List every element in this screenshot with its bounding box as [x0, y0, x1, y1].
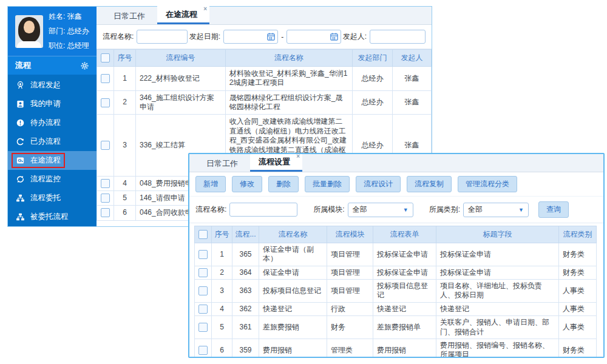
flow-name-input[interactable]: [137, 30, 188, 44]
user-profile: 姓名: 张鑫 部门: 总经办 职位: 总经理: [8, 7, 97, 56]
table-cell: 项目管理: [327, 280, 373, 303]
flow-copy-button[interactable]: 流程复制: [407, 176, 452, 192]
table-cell: 财务类: [559, 243, 597, 266]
row-checkbox[interactable]: [101, 194, 110, 203]
tab-在途流程[interactable]: 在途流程×: [157, 6, 209, 24]
table-cell: 4: [114, 176, 136, 190]
settings-table-wrap: 序号流程...流程名称流程模块流程表单标题字段流程类别1365保证金申请（副本）…: [189, 223, 603, 358]
table-cell: 投标项目信息登记: [373, 280, 436, 303]
date-from-input[interactable]: [223, 30, 278, 44]
sidebar-item-label: 我的申请: [30, 99, 61, 109]
flow-settings-table: 序号流程...流程名称流程模块流程表单标题字段流程类别1365保证金申请（副本）…: [194, 226, 597, 358]
profile-department: 部门: 总经办: [49, 26, 89, 36]
select-all-checkbox[interactable]: [198, 230, 208, 239]
table-cell: 361: [232, 316, 259, 339]
tab-label: 日常工作: [206, 159, 238, 168]
svg-text:G: G: [18, 158, 21, 163]
select-all-checkbox[interactable]: [101, 53, 110, 62]
tab-日常工作[interactable]: 日常工作: [198, 155, 246, 172]
sidebar-item-my-applications[interactable]: 我的申请: [8, 95, 97, 113]
sidebar-item-label: 已办流程: [30, 136, 61, 147]
table-cell: 4: [212, 302, 232, 315]
column-header: 发起人: [393, 50, 432, 67]
table-row[interactable]: 3363投标项目信息登记项目管理投标项目信息登记项目名称、详细地址、投标负责人、…: [195, 280, 597, 303]
sidebar-item-initiate[interactable]: 流程发起: [8, 76, 97, 95]
row-checkbox[interactable]: [101, 179, 110, 188]
table-row[interactable]: 1222_材料验收登记材料验收登记_材料采购_张鑫_华润12城房建工程项目总经办…: [97, 67, 432, 91]
table-cell: 财务: [327, 316, 373, 339]
search-button[interactable]: 查询: [538, 201, 569, 218]
batch-delete-button[interactable]: 批量删除: [305, 176, 350, 192]
sidebar-item-delegated[interactable]: 被委托流程: [8, 207, 97, 226]
row-checkbox[interactable]: [198, 346, 208, 355]
table-row[interactable]: 5361差旅费报销财务差旅费报销单关联客户、报销人、申请日期、部门、报销合计人事…: [195, 316, 597, 339]
table-cell: 1: [212, 243, 232, 266]
table-cell: 5: [114, 190, 136, 205]
table-cell: 保证金申请: [259, 266, 327, 279]
table-row[interactable]: 6359费用报销管理类费用报销费用报销、报销编号、报销名称、所属项目财务类: [195, 339, 597, 358]
sidebar-item-delegate[interactable]: 流程委托: [8, 189, 97, 207]
module-select[interactable]: 全部▼: [348, 203, 413, 217]
profile-position: 职位: 总经理: [49, 41, 89, 51]
sidebar-item-label: 流程发起: [30, 80, 61, 90]
row-checkbox[interactable]: [101, 141, 110, 150]
column-header: 流程名称: [225, 50, 352, 67]
sidebar-item-monitor[interactable]: 流程监控: [8, 170, 97, 189]
sidebar-item-label: 流程监控: [30, 174, 61, 184]
sync-icon: [16, 175, 25, 184]
row-checkbox[interactable]: [198, 323, 208, 332]
initiator-input[interactable]: [370, 30, 426, 44]
delete-button[interactable]: 删除: [268, 176, 299, 192]
table-cell: 总经办: [353, 90, 393, 115]
row-checkbox[interactable]: [101, 208, 110, 217]
sidebar-item-in-transit[interactable]: G在途流程: [8, 151, 97, 170]
gear-icon[interactable]: [80, 61, 89, 70]
flow-name-label: 流程名称:: [195, 204, 226, 215]
edit-button[interactable]: 修改: [232, 176, 262, 192]
table-row[interactable]: 2364保证金申请项目管理投标保证金申请投标保证金申请财务类: [195, 266, 597, 279]
row-checkbox[interactable]: [101, 98, 110, 107]
row-checkbox[interactable]: [101, 74, 110, 83]
table-cell: 关联客户、报销人、申请日期、部门、报销合计: [436, 316, 559, 339]
history-icon: [16, 137, 25, 146]
module-label: 所属模块:: [313, 204, 344, 215]
row-checkbox[interactable]: [198, 250, 208, 259]
table-cell: 张鑫: [393, 67, 432, 91]
column-header: 流程...: [232, 226, 259, 243]
table-cell: 364: [232, 266, 259, 279]
tab-流程设置[interactable]: 流程设置×: [250, 153, 302, 172]
table-row[interactable]: 1365保证金申请（副本）项目管理投标保证金申请投标保证金申请财务类: [195, 243, 597, 266]
start-date-label: 发起日期:: [189, 32, 220, 42]
row-checkbox[interactable]: [198, 268, 208, 277]
table-cell: 222_材料验收登记: [135, 67, 225, 91]
close-tab-icon[interactable]: ×: [296, 153, 300, 160]
sidebar-item-todo[interactable]: 待办流程: [8, 113, 97, 132]
table-row[interactable]: 4362快递登记行政快递登记快递登记人事类: [195, 302, 597, 315]
sidebar-item-label: 被委托流程: [30, 212, 69, 222]
sidebar-panel: 姓名: 张鑫 部门: 总经办 职位: 总经理 流程 流程发起我的申请待办流程已办…: [8, 7, 97, 226]
table-cell: 快递登记: [373, 302, 436, 315]
table-cell: 材料验收登记_材料采购_张鑫_华润12城房建工程项目: [225, 67, 352, 91]
row-checkbox[interactable]: [198, 286, 208, 295]
category-label: 所属类别:: [429, 204, 460, 215]
row-checkbox[interactable]: [198, 305, 208, 314]
tab-日常工作[interactable]: 日常工作: [105, 8, 154, 24]
table-cell: 差旅费报销单: [373, 316, 436, 339]
table-cell: 365: [232, 243, 259, 266]
close-tab-icon[interactable]: ×: [203, 5, 207, 12]
table-cell: 费用报销: [373, 339, 436, 358]
add-button[interactable]: 新增: [195, 176, 226, 192]
category-select[interactable]: 全部▼: [463, 203, 529, 217]
tab-bar: 日常工作在途流程×: [97, 7, 432, 25]
manage-flow-category-button[interactable]: 管理流程分类: [458, 176, 517, 192]
table-cell: 快递登记: [436, 302, 559, 315]
date-to-input[interactable]: [287, 30, 341, 44]
sidebar-item-done[interactable]: 已办流程: [8, 132, 97, 151]
table-cell: 费用报销: [259, 339, 327, 358]
initiator-label: 发起人:: [343, 32, 367, 42]
table-row[interactable]: 2346_施工组织设计方案申请晟铭园林绿化工程组织设计方案_晟铭园林绿化工程总经…: [97, 90, 432, 115]
flow-name-input[interactable]: [229, 203, 297, 217]
table-cell: 359: [232, 339, 259, 358]
table-cell: 张鑫: [393, 90, 432, 115]
flow-design-button[interactable]: 流程设计: [356, 176, 401, 192]
